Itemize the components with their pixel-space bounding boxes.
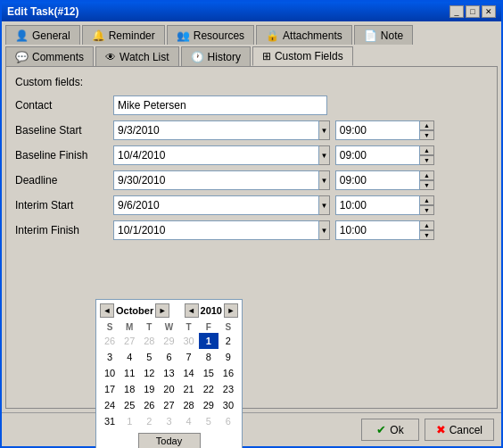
calendar-day[interactable]: 28 [139, 333, 159, 349]
tab-watchlist[interactable]: 👁 Watch List [95, 46, 179, 66]
calendar-day[interactable]: 22 [199, 381, 219, 397]
calendar-day[interactable]: 14 [179, 365, 199, 381]
baseline-finish-time-group: ▲ ▼ [335, 145, 434, 165]
calendar-month: October [116, 305, 153, 316]
calendar-prev-month[interactable]: ◄ [100, 303, 114, 318]
baseline-start-time-up[interactable]: ▲ [420, 120, 434, 130]
deadline-time-input[interactable] [335, 170, 420, 190]
maximize-button[interactable]: □ [466, 5, 480, 18]
contact-input[interactable] [113, 95, 327, 115]
ok-button[interactable]: ✔ Ok [361, 419, 418, 441]
calendar-day[interactable]: 20 [159, 381, 178, 397]
calendar-day[interactable]: 3 [159, 413, 178, 429]
interim-start-time-input[interactable] [335, 195, 420, 215]
calendar-day[interactable]: 15 [199, 365, 219, 381]
calendar-day[interactable]: 7 [179, 349, 199, 365]
baseline-start-time-down[interactable]: ▼ [420, 130, 434, 140]
baseline-start-time-input[interactable] [335, 120, 420, 140]
calendar-day[interactable]: 19 [139, 381, 159, 397]
close-button[interactable]: ✕ [482, 5, 496, 18]
deadline-time-group: ▲ ▼ [335, 170, 434, 190]
baseline-finish-time-input[interactable] [335, 145, 420, 165]
calendar-day[interactable]: 16 [219, 365, 238, 381]
baseline-finish-date-input[interactable] [113, 145, 319, 165]
calendar-day[interactable]: 9 [219, 349, 238, 365]
calendar-day[interactable]: 6 [159, 349, 178, 365]
interim-finish-time-input[interactable] [335, 220, 420, 240]
tab-note[interactable]: 📄 Note [354, 25, 413, 45]
interim-start-time-up[interactable]: ▲ [420, 195, 434, 205]
calendar-day[interactable]: 23 [219, 381, 238, 397]
interim-start-time-down[interactable]: ▼ [420, 205, 434, 215]
calendar-day[interactable]: 11 [120, 365, 139, 381]
interim-start-row: Interim Start ▲ ▼ [15, 195, 488, 215]
calendar-day[interactable]: 26 [139, 397, 159, 413]
interim-start-time-spinners: ▲ ▼ [420, 195, 434, 215]
x-icon: ✖ [436, 423, 446, 436]
calendar-day[interactable]: 27 [159, 397, 178, 413]
calendar-day[interactable]: 1 [199, 333, 219, 349]
bottom-bar: ✔ Ok ✖ Cancel [2, 412, 501, 446]
interim-finish-time-down[interactable]: ▼ [420, 230, 434, 240]
calendar-day[interactable]: 27 [120, 333, 139, 349]
calendar-day[interactable]: 6 [219, 413, 238, 429]
calendar-next-year[interactable]: ► [224, 303, 238, 318]
deadline-time-down[interactable]: ▼ [420, 180, 434, 190]
baseline-finish-time-down[interactable]: ▼ [420, 155, 434, 165]
calendar-day[interactable]: 30 [219, 397, 238, 413]
interim-finish-time-up[interactable]: ▲ [420, 220, 434, 230]
calendar-day[interactable]: 2 [219, 333, 238, 349]
deadline-row: Deadline ▲ ▼ [15, 170, 488, 190]
cancel-button[interactable]: ✖ Cancel [425, 419, 494, 441]
calendar-day[interactable]: 12 [139, 365, 159, 381]
calendar-day[interactable]: 5 [139, 349, 159, 365]
interim-finish-date-input[interactable] [113, 220, 319, 240]
deadline-time-up[interactable]: ▲ [420, 170, 434, 180]
calendar-day[interactable]: 17 [100, 381, 120, 397]
cal-header-sun: S [100, 321, 120, 333]
calendar-day[interactable]: 1 [120, 413, 139, 429]
baseline-start-date-input[interactable] [113, 120, 319, 140]
calendar-day[interactable]: 30 [179, 333, 199, 349]
calendar-day[interactable]: 31 [100, 413, 120, 429]
calendar-day[interactable]: 26 [100, 333, 120, 349]
calendar-day[interactable]: 3 [100, 349, 120, 365]
calendar-day[interactable]: 10 [100, 365, 120, 381]
deadline-date-input[interactable] [113, 170, 319, 190]
calendar-day[interactable]: 4 [120, 349, 139, 365]
calendar-next-month[interactable]: ► [155, 303, 169, 318]
calendar-day[interactable]: 2 [139, 413, 159, 429]
calendar-day[interactable]: 4 [179, 413, 199, 429]
calendar-day[interactable]: 29 [159, 333, 178, 349]
tab-general[interactable]: 👤 General [5, 25, 80, 45]
comments-icon: 💬 [15, 51, 29, 63]
tab-resources[interactable]: 👥 Resources [167, 25, 254, 45]
interim-finish-time-group: ▲ ▼ [335, 220, 434, 240]
tab-reminder[interactable]: 🔔 Reminder [82, 25, 165, 45]
calendar-day[interactable]: 25 [120, 397, 139, 413]
minimize-button[interactable]: _ [449, 5, 464, 18]
baseline-finish-date-dropdown[interactable] [319, 145, 330, 165]
interim-finish-control: ▲ ▼ [113, 220, 434, 240]
calendar-prev-year[interactable]: ◄ [185, 303, 199, 318]
interim-start-date-input[interactable] [113, 195, 319, 215]
calendar-today-button[interactable]: Today [138, 433, 201, 448]
calendar-day[interactable]: 24 [100, 397, 120, 413]
interim-start-date-dropdown[interactable] [319, 195, 330, 215]
tab-attachments[interactable]: 🔒 Attachments [256, 25, 352, 45]
calendar-day[interactable]: 21 [179, 381, 199, 397]
calendar-day[interactable]: 13 [159, 365, 178, 381]
interim-finish-date-dropdown[interactable] [319, 220, 330, 240]
calendar-day[interactable]: 28 [179, 397, 199, 413]
tab-comments[interactable]: 💬 Comments [5, 46, 94, 66]
calendar-day[interactable]: 5 [199, 413, 219, 429]
baseline-finish-time-up[interactable]: ▲ [420, 145, 434, 155]
baseline-start-date-dropdown[interactable] [319, 120, 330, 140]
calendar-day[interactable]: 29 [199, 397, 219, 413]
calendar-month-nav: ◄ October ► [100, 303, 169, 318]
calendar-day[interactable]: 18 [120, 381, 139, 397]
tab-custom-fields[interactable]: ⊞ Custom Fields [252, 46, 353, 66]
calendar-day[interactable]: 8 [199, 349, 219, 365]
deadline-date-dropdown[interactable] [319, 170, 330, 190]
tab-history[interactable]: 🕐 History [181, 46, 251, 66]
